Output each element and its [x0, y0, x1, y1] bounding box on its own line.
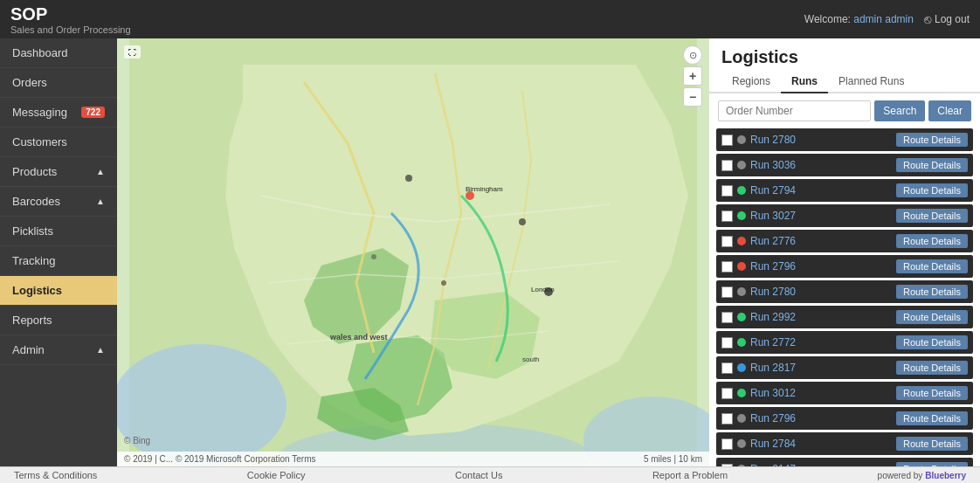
blueberry-logo: powered by Blueberry	[878, 470, 966, 480]
sidebar-item-reports[interactable]: Reports	[0, 306, 117, 335]
run-name-link[interactable]: Run 2776	[750, 235, 892, 247]
footer-report[interactable]: Report a Problem	[652, 470, 728, 480]
sidebar: Dashboard Orders Messaging 722 Customers…	[0, 38, 117, 466]
run-checkbox[interactable]	[721, 388, 733, 399]
run-item: Run 2992 Route Details	[716, 306, 973, 328]
map-scale: 5 miles | 10 km	[644, 454, 702, 464]
svg-point-7	[441, 280, 446, 286]
logout-button[interactable]: ⎋ Log out	[924, 12, 970, 26]
run-name-link[interactable]: Run 2794	[750, 184, 892, 197]
run-name-link[interactable]: Run 3027	[750, 210, 892, 222]
run-list: Run 2780 Route Details Run 3036 Route De…	[709, 128, 980, 466]
svg-point-6	[519, 218, 526, 225]
sidebar-item-messaging[interactable]: Messaging 722	[0, 98, 117, 128]
run-checkbox[interactable]	[721, 261, 733, 273]
run-item: Run 2796 Route Details	[716, 255, 973, 278]
zoom-out-button[interactable]: −	[683, 87, 702, 107]
app-title: SOP	[10, 4, 131, 24]
sidebar-item-tracking[interactable]: Tracking	[0, 246, 117, 276]
footer-terms[interactable]: Terms & Conditions	[14, 470, 97, 480]
sidebar-item-barcodes[interactable]: Barcodes ▲	[0, 187, 117, 217]
sidebar-item-orders[interactable]: Orders	[0, 68, 117, 98]
tab-runs[interactable]: Runs	[781, 71, 828, 93]
run-name-link[interactable]: Run 2992	[750, 311, 892, 323]
sidebar-item-admin[interactable]: Admin ▲	[0, 335, 117, 365]
run-checkbox[interactable]	[721, 413, 733, 424]
footer-contact[interactable]: Contact Us	[455, 470, 502, 480]
svg-text:London: London	[531, 286, 555, 293]
run-checkbox[interactable]	[721, 185, 733, 197]
sidebar-item-products[interactable]: Products ▲	[0, 157, 117, 187]
sidebar-item-dashboard[interactable]: Dashboard	[0, 38, 117, 68]
run-name-link[interactable]: Run 2784	[750, 438, 892, 450]
order-number-input[interactable]	[718, 100, 871, 121]
route-details-button[interactable]: Route Details	[896, 285, 968, 299]
run-name-link[interactable]: Run 2796	[750, 260, 892, 273]
route-details-button[interactable]: Route Details	[896, 310, 968, 324]
run-item: Run 3012 Route Details	[716, 382, 973, 404]
admin-link[interactable]: admin admin	[853, 13, 914, 25]
run-item: Run 2796 Route Details	[716, 407, 973, 430]
run-name-link[interactable]: Run 2780	[750, 134, 892, 146]
run-name-link[interactable]: Run 2796	[750, 412, 892, 424]
route-details-button[interactable]: Route Details	[896, 209, 968, 223]
footer-cookies[interactable]: Cookie Policy	[247, 470, 306, 480]
tab-planned-runs[interactable]: Planned Runs	[828, 71, 914, 93]
tab-regions[interactable]: Regions	[721, 71, 781, 93]
messaging-badge: 722	[81, 107, 105, 118]
run-checkbox[interactable]	[721, 135, 733, 146]
run-checkbox[interactable]	[721, 438, 733, 450]
run-name-link[interactable]: Run 3036	[750, 159, 892, 171]
map-area: Birmingham London wales and west south ⊙…	[117, 38, 709, 466]
route-details-button[interactable]: Route Details	[896, 361, 968, 375]
run-checkbox[interactable]	[721, 210, 733, 222]
map-controls: ⊙ + −	[683, 45, 702, 107]
route-details-button[interactable]: Route Details	[896, 411, 968, 425]
run-checkbox[interactable]	[721, 362, 733, 374]
run-name-link[interactable]: Run 2772	[750, 336, 892, 348]
sidebar-item-logistics[interactable]: Logistics	[0, 276, 117, 306]
route-details-button[interactable]: Route Details	[896, 234, 968, 248]
sidebar-item-customers[interactable]: Customers	[0, 128, 117, 157]
panel-title: Logistics	[709, 38, 980, 71]
run-item: Run 3036 Route Details	[716, 154, 973, 176]
products-arrow: ▲	[96, 167, 105, 176]
route-details-button[interactable]: Route Details	[896, 133, 968, 147]
run-name-link[interactable]: Run 2780	[750, 286, 892, 298]
location-button[interactable]: ⊙	[683, 45, 702, 65]
run-status-dot	[737, 313, 746, 321]
run-item: Run 3147 Route Details	[716, 458, 973, 466]
svg-point-1	[117, 344, 286, 466]
clear-button[interactable]: Clear	[928, 100, 971, 121]
run-checkbox[interactable]	[721, 236, 733, 247]
run-status-dot	[737, 389, 746, 397]
route-details-button[interactable]: Route Details	[896, 386, 968, 400]
run-name-link[interactable]: Run 2817	[750, 362, 892, 374]
route-details-button[interactable]: Route Details	[896, 183, 968, 197]
page-footer: Terms & Conditions Cookie Policy Contact…	[0, 466, 980, 483]
bing-logo: © Bing	[124, 436, 150, 445]
run-status-dot	[737, 237, 746, 245]
search-button[interactable]: Search	[874, 100, 925, 121]
route-details-button[interactable]: Route Details	[896, 437, 968, 451]
sidebar-item-picklists[interactable]: Picklists	[0, 217, 117, 246]
logout-icon: ⎋	[924, 12, 931, 26]
run-item: Run 2784 Route Details	[716, 432, 973, 455]
zoom-in-button[interactable]: +	[683, 66, 702, 86]
run-item: Run 3027 Route Details	[716, 204, 973, 227]
run-checkbox[interactable]	[721, 337, 733, 348]
run-item: Run 2817 Route Details	[716, 356, 973, 379]
header-right: Welcome: admin admin ⎋ Log out	[804, 12, 970, 26]
run-status-dot	[737, 414, 746, 423]
route-details-button[interactable]: Route Details	[896, 158, 968, 172]
route-details-button[interactable]: Route Details	[896, 335, 968, 349]
svg-text:Birmingham: Birmingham	[466, 185, 503, 193]
svg-text:wales and west: wales and west	[329, 333, 388, 342]
map-footer: © 2019 | C... © 2019 Microsoft Corporati…	[117, 452, 709, 466]
run-status-dot	[737, 186, 746, 195]
run-checkbox[interactable]	[721, 312, 733, 323]
route-details-button[interactable]: Route Details	[896, 259, 968, 273]
run-name-link[interactable]: Run 3012	[750, 387, 892, 399]
run-checkbox[interactable]	[721, 286, 733, 298]
run-checkbox[interactable]	[721, 160, 733, 171]
